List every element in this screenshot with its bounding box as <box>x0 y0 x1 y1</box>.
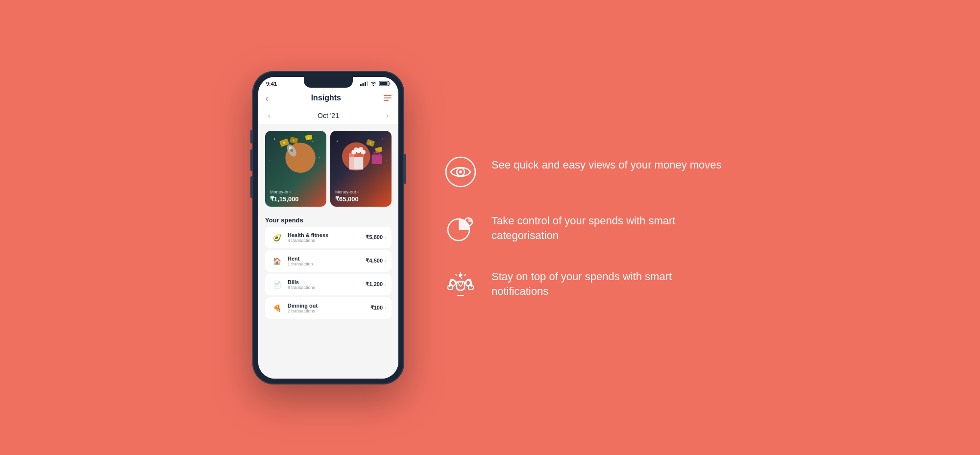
card-in-amount: ₹1,15,000 <box>270 195 321 203</box>
svg-rect-1 <box>363 83 364 86</box>
svg-rect-6 <box>390 83 391 85</box>
svg-rect-37 <box>372 154 382 164</box>
svg-rect-7 <box>380 82 388 85</box>
rent-icon: 🏠 <box>270 254 284 268</box>
svg-point-32 <box>354 147 359 152</box>
rent-name: Rent <box>288 256 366 262</box>
svg-rect-2 <box>365 82 366 86</box>
feature-strong: ₹ Stay on top of your spends with smart … <box>443 266 728 301</box>
pie-icon-wrap <box>443 211 478 245</box>
cards-row: ₹ ₹ ₹ <box>258 125 398 212</box>
wifi-icon <box>370 81 377 86</box>
eye-icon <box>445 156 476 188</box>
strong-icon-wrap: ₹ <box>443 266 478 301</box>
phone-screen: 9:41 <box>258 77 398 379</box>
feature-strong-text: Stay on top of your spends with smart no… <box>491 266 728 300</box>
dining-count: 2 transactions <box>288 309 370 313</box>
svg-point-24 <box>386 160 387 161</box>
dining-amount: ₹100 <box>370 305 383 311</box>
card-out-amount: ₹65,000 <box>335 195 387 203</box>
bills-arrow: › <box>385 281 387 288</box>
next-month-button[interactable]: › <box>386 112 389 120</box>
status-time: 9:41 <box>266 81 277 87</box>
svg-rect-3 <box>367 81 368 86</box>
back-button[interactable]: ‹ <box>265 93 269 104</box>
feature-pie-text: Take control of your spends with smart c… <box>491 211 728 244</box>
health-amount: ₹5,800 <box>366 234 383 240</box>
feature-pie: Take control of your spends with smart c… <box>443 211 728 245</box>
spend-item-health[interactable]: 🥑 Health & fitness 4 transactions ₹5,800… <box>265 227 392 248</box>
phone-btn-vol-up <box>250 149 252 171</box>
feature-strong-label: Stay on top of your spends with smart no… <box>491 269 728 300</box>
status-icons <box>360 81 391 86</box>
phone-btn-mute <box>250 130 252 144</box>
svg-rect-28 <box>349 153 354 169</box>
dining-icon: 🍕 <box>270 301 284 315</box>
signal-icon <box>360 81 368 86</box>
bills-info: Bills 8 transactions <box>288 279 366 290</box>
svg-point-8 <box>274 138 275 140</box>
card-in-decoration: ₹ ₹ ₹ <box>265 131 326 180</box>
svg-point-9 <box>312 141 313 142</box>
health-info: Health & fitness 4 transactions <box>288 232 366 243</box>
svg-line-47 <box>456 274 457 276</box>
health-name: Health & fitness <box>288 232 366 238</box>
month-label: Oct '21 <box>318 112 339 120</box>
money-out-card[interactable]: ₹ Money-out › ₹65,000 <box>330 131 392 207</box>
svg-rect-0 <box>360 84 362 86</box>
rent-amount: ₹4,500 <box>366 258 383 264</box>
card-in-label: Money-in › <box>270 190 321 194</box>
spend-item-bills[interactable]: 📄 Bills 8 transactions ₹1,200 › <box>265 274 392 295</box>
svg-point-23 <box>382 138 383 139</box>
phone-btn-vol-down <box>250 176 252 198</box>
eye-icon-wrap <box>443 155 478 189</box>
pie-icon <box>445 212 476 243</box>
money-in-card[interactable]: ₹ ₹ ₹ <box>265 131 326 207</box>
features-panel: See quick and easy views of your money m… <box>443 155 728 301</box>
feature-eye-text: See quick and easy views of your money m… <box>491 155 728 173</box>
feature-pie-label: Take control of your spends with smart c… <box>491 214 728 244</box>
bills-name: Bills <box>288 279 366 285</box>
svg-line-48 <box>465 274 466 276</box>
svg-point-4 <box>373 85 374 86</box>
health-icon: 🥑 <box>270 231 284 244</box>
rent-count: 1 transaction <box>288 262 366 266</box>
svg-point-22 <box>337 141 338 142</box>
battery-icon <box>379 81 391 86</box>
app-header: ‹ Insights <box>258 89 398 109</box>
svg-point-10 <box>318 157 319 158</box>
spends-section: Your spends 🥑 Health & fitness 4 transac… <box>258 212 398 324</box>
prev-month-button[interactable]: ‹ <box>268 112 270 120</box>
health-count: 4 transactions <box>288 238 366 243</box>
spend-item-rent[interactable]: 🏠 Rent 1 transaction ₹4,500 › <box>265 250 392 272</box>
rent-arrow: › <box>385 258 387 264</box>
card-out-label: Money-out › <box>335 190 387 194</box>
page-wrapper: 9:41 <box>0 0 980 455</box>
bills-icon: 📄 <box>270 278 284 291</box>
feature-eye: See quick and easy views of your money m… <box>443 155 728 189</box>
page-title: Insights <box>311 94 341 102</box>
svg-point-11 <box>270 160 270 161</box>
rent-info: Rent 1 transaction <box>288 256 366 266</box>
strong-icon: ₹ <box>445 268 476 299</box>
dining-name: Dinning out <box>288 303 370 309</box>
dining-arrow: › <box>385 305 387 311</box>
svg-point-40 <box>459 170 462 173</box>
svg-point-33 <box>359 147 364 152</box>
feature-eye-label: See quick and easy views of your money m… <box>491 158 728 173</box>
phone-notch <box>304 77 353 88</box>
month-nav: ‹ Oct '21 › <box>258 109 398 125</box>
bills-amount: ₹1,200 <box>366 281 383 287</box>
spends-title: Your spends <box>265 216 392 224</box>
phone-container: 9:41 <box>252 71 404 384</box>
card-out-decoration: ₹ <box>330 131 392 180</box>
scroll-area: ₹ ₹ ₹ <box>258 125 398 379</box>
phone-btn-power <box>404 154 406 184</box>
bills-count: 8 transactions <box>288 285 366 290</box>
health-arrow: › <box>385 234 387 241</box>
dining-info: Dinning out 2 transactions <box>288 303 370 313</box>
menu-icon[interactable] <box>384 95 392 101</box>
spend-item-dining[interactable]: 🍕 Dinning out 2 transactions ₹100 › <box>265 297 392 319</box>
